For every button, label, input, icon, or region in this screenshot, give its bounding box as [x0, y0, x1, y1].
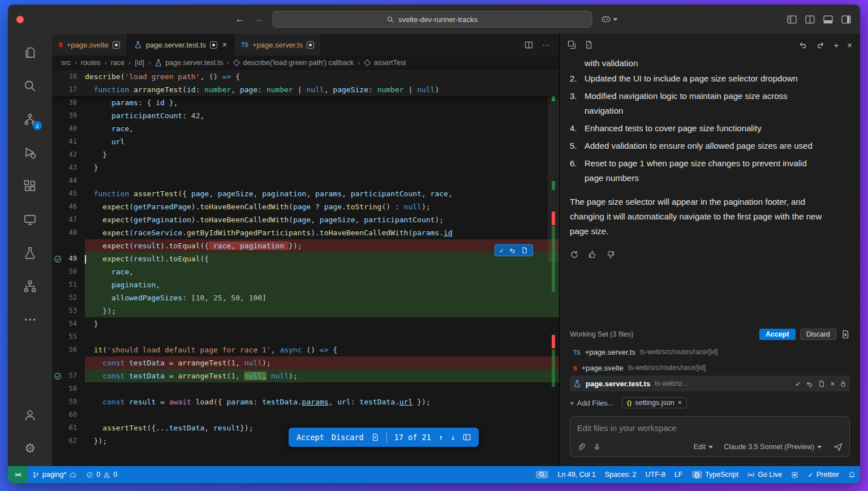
prettier-item[interactable]: ✓ Prettier	[803, 466, 844, 483]
eol-item[interactable]: LF	[670, 466, 687, 483]
problems-item[interactable]: 0 0	[81, 466, 122, 483]
redo-edit-icon[interactable]	[816, 40, 825, 49]
breadcrumb-item[interactable]: routes	[81, 59, 101, 67]
tab-page-svelte[interactable]: S +page.svelte	[52, 34, 127, 55]
mic-icon[interactable]	[593, 443, 601, 451]
svelte-file-icon: S	[573, 364, 577, 372]
discard-all-button[interactable]: Discard	[332, 433, 364, 442]
attach-context-icon[interactable]	[577, 443, 586, 451]
close-panel-icon[interactable]: ×	[847, 40, 852, 50]
mode-picker[interactable]: Edit	[694, 443, 714, 451]
breadcrumb-item[interactable]: page.server.test.ts	[154, 59, 223, 67]
modified-indicator-icon[interactable]	[307, 41, 314, 49]
save-all-edits-icon[interactable]	[841, 330, 850, 339]
notifications-item[interactable]	[844, 466, 860, 483]
line-number: 60	[63, 408, 85, 421]
accept-change-icon[interactable]: ✓	[500, 247, 504, 255]
toggle-panel-icon[interactable]	[823, 15, 833, 24]
minimap-scrollbar[interactable]	[548, 70, 559, 466]
forward-icon[interactable]: →	[253, 14, 263, 25]
test-pass-icon[interactable]	[52, 372, 63, 380]
breadcrumb-item[interactable]: race	[111, 59, 124, 67]
accept-all-button[interactable]: Accept	[297, 433, 324, 442]
testing-icon[interactable]	[17, 240, 43, 266]
chat-input-box[interactable]: Edit Claude 3.5 Sonnet (Preview)	[570, 416, 850, 457]
thumbs-down-icon[interactable]	[606, 250, 615, 259]
remote-explorer-icon[interactable]	[17, 206, 43, 232]
retry-icon[interactable]	[570, 250, 579, 259]
line-number: 45	[63, 187, 85, 200]
new-session-icon[interactable]: +	[833, 40, 839, 50]
zoom-indicator[interactable]	[531, 466, 553, 483]
send-icon[interactable]	[833, 442, 843, 451]
settings-gear-icon[interactable]: ⚙	[17, 436, 43, 462]
tab-page-server-ts[interactable]: TS +page.server.ts	[234, 34, 321, 55]
indentation-item[interactable]: Spaces: 2	[600, 466, 641, 483]
customize-layout-icon[interactable]	[787, 15, 797, 24]
diff-file-icon[interactable]	[371, 433, 379, 441]
thumbs-up-icon[interactable]	[588, 250, 597, 259]
list-item: 6.Reset to page 1 when page size changes…	[570, 156, 850, 186]
breadcrumb-item[interactable]: src	[61, 59, 71, 67]
list-item: 5.Added validation to ensure only allowe…	[570, 139, 850, 153]
open-diff-icon[interactable]	[818, 380, 825, 387]
remove-attachment-icon[interactable]: ×	[678, 399, 682, 407]
remove-file-icon[interactable]: ×	[830, 380, 835, 388]
cursor-position-item[interactable]: Ln 49, Col 1	[553, 466, 600, 483]
open-diff-editor-icon[interactable]	[463, 433, 471, 441]
previous-change-icon[interactable]: ↑	[439, 433, 443, 442]
command-center-search[interactable]: svelte-dev-runner-tracks	[272, 11, 592, 28]
modified-indicator-icon[interactable]	[210, 41, 217, 49]
code-editor[interactable]: 16describe('load green path', () => {17 …	[52, 70, 559, 466]
working-set-file-row[interactable]: page.server.test.tsts-web/sr...✓×	[570, 376, 850, 391]
gutter: 52	[52, 291, 85, 304]
discard-all-files-button[interactable]: Discard	[800, 329, 836, 340]
toggle-secondary-sidebar-icon[interactable]	[841, 15, 851, 24]
go-live-item[interactable]: Go Live	[743, 466, 787, 483]
editor-actions-more-icon[interactable]: ···	[542, 40, 550, 49]
chat-input[interactable]	[577, 424, 843, 433]
breadcrumb-item[interactable]: describe('load green path') callback	[233, 59, 354, 67]
close-tab-icon[interactable]: ×	[222, 40, 227, 49]
code-line-46: 46 expect(getParsedPage).toHaveBeenCalle…	[52, 200, 559, 213]
encoding-item[interactable]: UTF-8	[641, 466, 669, 483]
copilot-menu-button[interactable]	[601, 15, 617, 24]
back-icon[interactable]: ←	[235, 14, 244, 25]
explorer-icon[interactable]	[17, 40, 43, 66]
open-file-icon[interactable]	[521, 247, 528, 254]
next-change-icon[interactable]: ↓	[450, 433, 455, 442]
extensions-icon[interactable]	[17, 173, 43, 199]
run-debug-icon[interactable]	[17, 140, 43, 166]
account-icon[interactable]	[17, 402, 43, 428]
keep-file-icon[interactable]	[840, 380, 846, 387]
code-line-40: 40 race,	[52, 122, 559, 135]
breadcrumb-item[interactable]: assertTest	[364, 59, 406, 67]
working-set-file-row[interactable]: S+page.sveltets-web/src/routes/race/[id]	[570, 360, 850, 376]
discard-file-icon[interactable]	[806, 380, 813, 387]
hierarchy-icon[interactable]	[17, 273, 43, 299]
extension-status-item[interactable]	[787, 466, 803, 483]
remote-indicator[interactable]: ><	[8, 466, 28, 483]
breadcrumb-item[interactable]: [id]	[135, 59, 144, 67]
compare-changes-icon[interactable]	[568, 40, 577, 49]
undo-edit-icon[interactable]	[798, 40, 807, 49]
window-close-button[interactable]	[16, 16, 24, 23]
split-editor-layout-icon[interactable]	[805, 15, 815, 24]
accept-all-files-button[interactable]: Accept	[759, 329, 796, 340]
open-preview-icon[interactable]	[585, 40, 593, 49]
more-views-icon[interactable]	[17, 307, 43, 333]
git-branch-item[interactable]: paging*	[28, 466, 81, 483]
split-editor-icon[interactable]	[525, 41, 533, 49]
test-pass-icon[interactable]	[52, 255, 63, 263]
search-sidebar-icon[interactable]	[17, 73, 43, 99]
working-set-file-row[interactable]: TS+page.server.tsts-web/src/routes/race/…	[570, 344, 850, 360]
discard-change-icon[interactable]	[509, 247, 516, 254]
model-picker[interactable]: Claude 3.5 Sonnet (Preview)	[724, 443, 822, 451]
accept-file-icon[interactable]: ✓	[795, 380, 801, 388]
language-mode-item[interactable]: {} TypeScript	[687, 466, 744, 483]
add-files-button[interactable]: + Add Files...	[570, 399, 614, 407]
tab-page-server-test-ts[interactable]: page.server.test.ts ×	[127, 34, 234, 55]
source-control-icon[interactable]: 2	[17, 106, 43, 132]
attachment-chip-settings-json[interactable]: {} settings.json ×	[622, 397, 687, 408]
modified-indicator-icon[interactable]	[113, 41, 120, 49]
